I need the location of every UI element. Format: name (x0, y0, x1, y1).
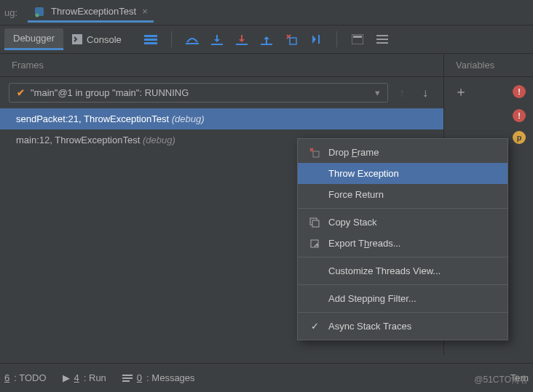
console-icon (72, 34, 82, 44)
svg-rect-8 (236, 44, 248, 45)
svg-rect-10 (290, 38, 296, 44)
ctx-throw-exception[interactable]: Throw Exception (298, 163, 508, 184)
svg-rect-5 (144, 42, 157, 44)
svg-rect-17 (313, 151, 319, 157)
frames-header: Frames (0, 54, 443, 77)
tool-label: : Run (84, 372, 106, 383)
drop-frame-icon[interactable] (284, 32, 299, 47)
param-badge[interactable]: p (513, 131, 526, 144)
ctx-label: Add Stepping Filter... (328, 293, 416, 304)
frame-text: main:12, ThrowExceptionTest (16, 135, 143, 145)
frame-item[interactable]: sendPacket:21, ThrowExceptionTest (debug… (0, 108, 443, 129)
error-badge[interactable]: ! (513, 109, 526, 122)
svg-point-1 (36, 13, 39, 17)
context-menu: Drop Frame Throw Exception Force Return … (297, 138, 508, 340)
export-icon (308, 239, 321, 249)
tab-debugger[interactable]: Debugger (4, 28, 63, 50)
ctx-label: Async Stack Traces (328, 321, 411, 332)
check-icon: ✓ (308, 321, 321, 332)
svg-rect-9 (261, 44, 272, 45)
svg-rect-6 (186, 43, 199, 44)
separator (336, 31, 337, 47)
ctx-async-stack-traces[interactable]: ✓ Async Stack Traces (298, 316, 508, 337)
chevron-down-icon[interactable]: ▾ (375, 87, 380, 98)
shortcut-num: 6 (4, 372, 9, 383)
ctx-copy-stack[interactable]: Copy Stack (298, 212, 508, 233)
frame-next-icon[interactable]: ↓ (416, 87, 435, 100)
svg-rect-11 (318, 35, 320, 44)
separator (171, 31, 172, 47)
debug-label: ug: (4, 7, 17, 18)
tool-label: : TODO (14, 372, 46, 383)
shortcut-num: 4 (74, 372, 79, 383)
ctx-add-stepping-filter[interactable]: Add Stepping Filter... (298, 288, 508, 309)
watermark: @51CTO博客 (474, 374, 529, 386)
evaluate-icon[interactable] (350, 32, 365, 47)
file-tab[interactable]: ThrowExceptionTest × (28, 3, 154, 23)
threads-icon[interactable] (143, 32, 158, 47)
tool-label: : Messages (146, 372, 194, 383)
separator (298, 284, 508, 285)
tab-console[interactable]: Console (63, 30, 130, 49)
error-badge[interactable]: ! (513, 85, 526, 98)
shortcut-num: 0 (137, 372, 142, 383)
svg-rect-22 (122, 377, 133, 379)
copy-icon (308, 217, 321, 228)
debugger-tab-label: Debugger (13, 33, 55, 44)
svg-rect-3 (144, 35, 157, 37)
check-icon: ✔ (17, 87, 25, 98)
ctx-label: Force Return (328, 189, 384, 200)
step-over-icon[interactable] (185, 32, 200, 47)
ctx-label: Drop Frame (328, 147, 379, 158)
thread-dropdown[interactable]: ✔ "main"@1 in group "main": RUNNING ▾ (9, 83, 388, 103)
step-into-icon[interactable] (210, 32, 224, 47)
ctx-label: Throw Exception (328, 168, 399, 179)
settings-lines-icon[interactable] (375, 32, 390, 47)
separator (298, 257, 508, 257)
svg-rect-19 (312, 220, 319, 227)
force-step-into-icon[interactable] (234, 32, 249, 47)
file-tab-label: ThrowExceptionTest (51, 6, 136, 17)
frame-prev-icon: ↑ (392, 87, 411, 100)
frame-text: sendPacket:21, ThrowExceptionTest (16, 113, 172, 124)
close-icon[interactable]: × (142, 6, 148, 17)
tool-todo[interactable]: 6: TODO (4, 372, 47, 383)
tool-run[interactable]: ▶ 4: Run (63, 372, 106, 383)
ctx-label: Copy Stack (328, 217, 376, 228)
frame-suffix: (debug) (143, 135, 175, 145)
svg-rect-16 (376, 42, 388, 44)
frame-suffix: (debug) (172, 113, 205, 124)
svg-rect-15 (376, 39, 388, 40)
play-icon: ▶ (63, 372, 70, 383)
messages-icon (122, 374, 133, 383)
add-watch-icon[interactable]: ＋ (451, 83, 467, 100)
svg-rect-21 (122, 375, 133, 376)
separator (298, 312, 508, 313)
tool-messages[interactable]: 0: Messages (122, 372, 195, 383)
ctx-export-threads[interactable]: Export Threads... (298, 233, 508, 254)
step-out-icon[interactable] (259, 32, 274, 47)
file-icon (33, 6, 45, 17)
console-tab-label: Console (87, 34, 122, 45)
ctx-drop-frame[interactable]: Drop Frame (298, 142, 508, 163)
svg-rect-13 (353, 36, 362, 38)
separator (298, 208, 508, 209)
thread-label: "main"@1 in group "main": RUNNING (31, 87, 189, 98)
ctx-label: Customize Threads View... (328, 265, 441, 276)
svg-rect-4 (144, 39, 157, 41)
ctx-label: Export Threads... (328, 238, 400, 249)
ctx-customize-threads[interactable]: Customize Threads View... (298, 260, 508, 281)
run-to-cursor-icon[interactable] (309, 32, 323, 47)
variables-header: Variables (444, 54, 533, 77)
svg-rect-7 (211, 44, 223, 45)
drop-frame-icon (308, 148, 321, 158)
ctx-force-return[interactable]: Force Return (298, 184, 508, 205)
svg-rect-23 (122, 380, 130, 382)
svg-rect-14 (376, 35, 388, 36)
